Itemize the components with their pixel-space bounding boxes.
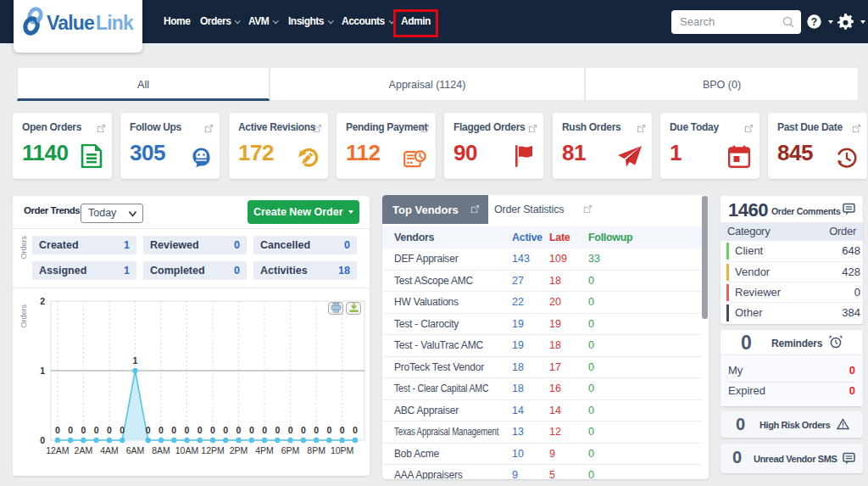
svg-text:0: 0 — [353, 425, 358, 435]
svg-text:0: 0 — [301, 425, 306, 435]
svg-text:8AM: 8AM — [152, 445, 170, 455]
svg-text:10AM: 10AM — [175, 445, 198, 455]
svg-text:1: 1 — [133, 355, 138, 366]
svg-text:0: 0 — [94, 425, 99, 435]
svg-text:0: 0 — [340, 425, 345, 435]
svg-text:0: 0 — [40, 435, 45, 445]
svg-text:0: 0 — [288, 425, 293, 435]
svg-text:Link: Link — [96, 12, 134, 34]
svg-text:0: 0 — [55, 425, 60, 435]
svg-text:4PM: 4PM — [255, 445, 274, 455]
svg-text:1: 1 — [40, 366, 45, 376]
svg-text:8PM: 8PM — [307, 445, 326, 455]
svg-text:2: 2 — [40, 296, 45, 306]
svg-text:0: 0 — [236, 425, 242, 435]
svg-text:6PM: 6PM — [281, 445, 300, 455]
svg-text:0: 0 — [326, 425, 331, 435]
svg-text:0: 0 — [146, 425, 151, 435]
svg-text:0: 0 — [159, 425, 164, 435]
svg-text:0: 0 — [314, 425, 319, 435]
svg-text:Value: Value — [47, 12, 94, 34]
svg-text:0: 0 — [275, 425, 280, 435]
svg-text:0: 0 — [223, 425, 228, 435]
svg-text:2PM: 2PM — [230, 445, 248, 455]
svg-text:2AM: 2AM — [75, 445, 93, 455]
svg-text:0: 0 — [171, 425, 176, 435]
svg-text:0: 0 — [198, 425, 203, 435]
svg-text:4AM: 4AM — [100, 445, 119, 455]
svg-text:0: 0 — [107, 425, 112, 435]
svg-text:0: 0 — [120, 425, 125, 435]
svg-text:6AM: 6AM — [126, 445, 145, 455]
svg-text:?: ? — [811, 16, 817, 28]
svg-text:12PM: 12PM — [201, 445, 224, 455]
svg-text:0: 0 — [185, 425, 190, 435]
svg-text:0: 0 — [210, 425, 215, 435]
svg-text:0: 0 — [262, 425, 267, 435]
svg-text:0: 0 — [68, 425, 73, 435]
svg-text:0: 0 — [81, 425, 86, 435]
svg-text:0: 0 — [249, 425, 254, 435]
svg-text:12AM: 12AM — [46, 445, 69, 455]
svg-text:10PM: 10PM — [331, 445, 353, 455]
